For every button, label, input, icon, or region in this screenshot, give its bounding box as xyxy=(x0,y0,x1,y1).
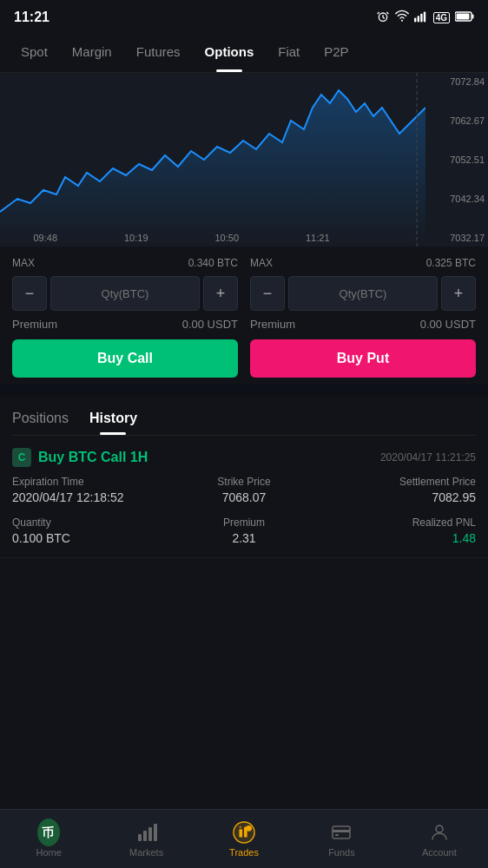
grid-settlement: Settlement Price 7082.95 xyxy=(321,476,476,504)
y-label-3: 7042.34 xyxy=(429,194,485,204)
x-label-2: 10:50 xyxy=(214,233,239,243)
strike-value: 7068.07 xyxy=(222,490,267,504)
account-icon xyxy=(428,821,451,844)
tab-fiat[interactable]: Fiat xyxy=(266,31,312,72)
svg-rect-16 xyxy=(239,829,242,837)
svg-rect-5 xyxy=(423,11,425,22)
sub-tabs: Positions History xyxy=(12,411,476,435)
c-badge: C xyxy=(12,448,31,467)
expiration-label: Expiration Time xyxy=(12,476,167,488)
buy-call-button[interactable]: Buy Call xyxy=(12,339,238,378)
nav-funds[interactable]: Funds xyxy=(293,821,390,858)
tab-spot[interactable]: Spot xyxy=(9,31,60,72)
nav-account[interactable]: Account xyxy=(391,821,488,858)
left-max-value: 0.340 BTC xyxy=(188,257,238,269)
tab-history[interactable]: History xyxy=(89,411,137,435)
right-max-row: MAX 0.325 BTC xyxy=(250,257,476,269)
x-label-0: 09:48 xyxy=(33,233,57,243)
pnl-label: Realized PNL xyxy=(412,516,476,529)
left-max-row: MAX 0.340 BTC xyxy=(12,257,238,269)
bottom-nav: 币 Home Markets xyxy=(0,809,488,868)
tab-positions[interactable]: Positions xyxy=(12,411,69,435)
nav-markets[interactable]: Markets xyxy=(97,821,195,858)
tab-options[interactable]: Options xyxy=(193,31,267,72)
svg-rect-22 xyxy=(335,834,339,836)
left-premium-value: 0.00 USDT xyxy=(182,318,238,331)
svg-rect-14 xyxy=(154,824,157,841)
left-max-label: MAX xyxy=(12,257,35,269)
chart-y-axis: 7072.84 7062.67 7052.51 7042.34 7032.17 xyxy=(425,73,488,247)
home-icon: 币 xyxy=(37,821,60,844)
svg-rect-8 xyxy=(457,13,470,19)
funds-label: Funds xyxy=(328,847,355,858)
svg-rect-4 xyxy=(420,13,422,22)
buy-put-button[interactable]: Buy Put xyxy=(250,339,476,378)
tab-futures[interactable]: Futures xyxy=(124,31,193,72)
markets-icon xyxy=(135,821,158,844)
svg-point-1 xyxy=(401,19,403,21)
history-item: C Buy BTC Call 1H 2020/04/17 11:21:25 Ex… xyxy=(0,436,488,558)
home-label: Home xyxy=(36,847,62,858)
left-qty-row: − + xyxy=(12,276,238,311)
right-plus-btn[interactable]: + xyxy=(441,276,476,311)
chart-x-labels: 09:48 10:19 10:50 11:21 xyxy=(0,233,363,243)
x-label-1: 10:19 xyxy=(124,233,148,243)
grid-premium: Premium 2.31 xyxy=(167,516,321,545)
right-premium-row: Premium 0.00 USDT xyxy=(250,318,476,331)
left-qty-input[interactable] xyxy=(50,276,200,311)
history-title: Buy BTC Call 1H xyxy=(38,450,148,465)
svg-rect-11 xyxy=(138,834,142,841)
history-grid: Expiration Time 2020/04/17 12:18:52 Stri… xyxy=(12,476,476,545)
tabs-section: Positions History xyxy=(0,391,488,436)
buy-call-col: MAX 0.340 BTC − + Premium 0.00 USDT Buy … xyxy=(12,257,238,378)
nav-tabs: Spot Margin Futures Options Fiat P2P xyxy=(0,31,488,73)
tab-p2p[interactable]: P2P xyxy=(312,31,360,72)
y-label-4: 7032.17 xyxy=(429,233,485,243)
status-time: 11:21 xyxy=(14,10,49,25)
premium-value: 2.31 xyxy=(232,531,255,545)
svg-text:币: 币 xyxy=(42,825,54,839)
trading-row: MAX 0.340 BTC − + Premium 0.00 USDT Buy … xyxy=(12,257,476,378)
y-label-0: 7072.84 xyxy=(429,76,485,87)
y-label-1: 7062.67 xyxy=(429,115,485,126)
pnl-value: 1.48 xyxy=(452,531,476,545)
settlement-value: 7082.95 xyxy=(432,490,476,504)
trading-section: MAX 0.340 BTC − + Premium 0.00 USDT Buy … xyxy=(0,247,488,385)
4g-badge: 4G xyxy=(433,12,450,23)
left-premium-row: Premium 0.00 USDT xyxy=(12,318,238,331)
svg-point-23 xyxy=(436,825,443,832)
premium-label: Premium xyxy=(223,516,265,529)
buy-put-col: MAX 0.325 BTC − + Premium 0.00 USDT Buy … xyxy=(250,257,476,378)
svg-rect-13 xyxy=(148,827,152,841)
trades-icon xyxy=(233,821,255,844)
markets-label: Markets xyxy=(129,847,163,858)
tab-margin[interactable]: Margin xyxy=(60,31,124,72)
left-plus-btn[interactable]: + xyxy=(203,276,238,311)
svg-rect-2 xyxy=(414,17,416,22)
nav-home[interactable]: 币 Home xyxy=(0,821,97,858)
expiration-value: 2020/04/17 12:18:52 xyxy=(12,490,167,504)
right-premium-label: Premium xyxy=(250,318,295,331)
right-max-label: MAX xyxy=(250,257,273,269)
history-date: 2020/04/17 11:21:25 xyxy=(380,451,476,464)
settlement-label: Settlement Price xyxy=(399,476,476,488)
trades-label: Trades xyxy=(229,847,259,858)
status-bar: 11:21 xyxy=(0,0,488,31)
svg-rect-12 xyxy=(143,831,147,841)
quantity-value: 0.100 BTC xyxy=(12,531,167,545)
history-title-wrap: C Buy BTC Call 1H xyxy=(12,448,148,467)
grid-pnl: Realized PNL 1.48 xyxy=(321,516,476,545)
right-qty-input[interactable] xyxy=(288,276,438,311)
wifi-icon xyxy=(395,10,409,26)
y-label-2: 7052.51 xyxy=(429,155,485,165)
status-icons: 4G xyxy=(376,10,474,26)
funds-icon xyxy=(330,821,353,844)
strike-label: Strike Price xyxy=(217,476,270,488)
battery-icon xyxy=(455,11,474,24)
signal-icon xyxy=(414,10,428,26)
left-minus-btn[interactable]: − xyxy=(12,276,47,311)
svg-rect-21 xyxy=(333,830,350,832)
nav-trades[interactable]: Trades xyxy=(195,821,293,858)
right-minus-btn[interactable]: − xyxy=(250,276,285,311)
svg-rect-18 xyxy=(239,825,241,828)
